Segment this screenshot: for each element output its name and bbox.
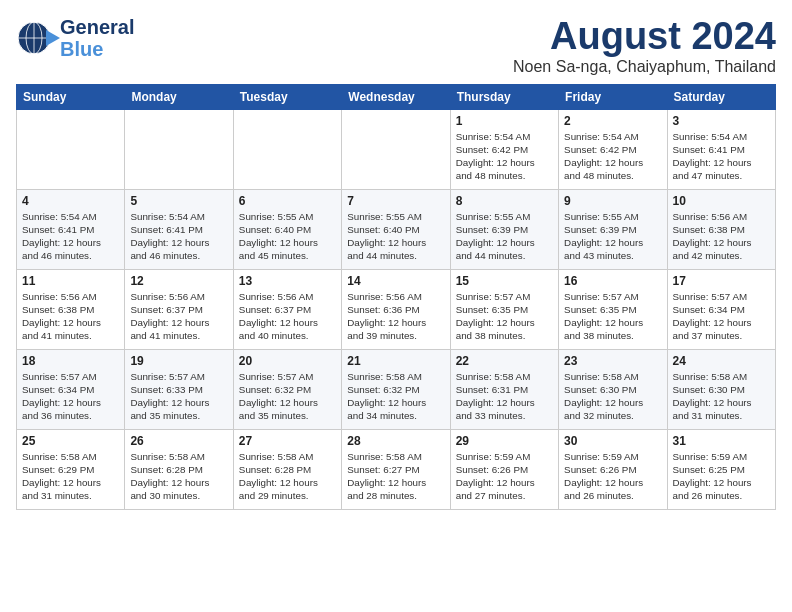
calendar-cell: 28Sunrise: 5:58 AM Sunset: 6:27 PM Dayli…	[342, 429, 450, 509]
calendar-header-row: SundayMondayTuesdayWednesdayThursdayFrid…	[17, 84, 776, 109]
page-header: General Blue August 2024 Noen Sa-nga, Ch…	[16, 16, 776, 76]
day-info: Sunrise: 5:59 AM Sunset: 6:26 PM Dayligh…	[564, 450, 661, 503]
day-number: 12	[130, 274, 227, 288]
day-info: Sunrise: 5:56 AM Sunset: 6:38 PM Dayligh…	[22, 290, 119, 343]
calendar-cell: 4Sunrise: 5:54 AM Sunset: 6:41 PM Daylig…	[17, 189, 125, 269]
day-number: 7	[347, 194, 444, 208]
day-number: 19	[130, 354, 227, 368]
day-number: 26	[130, 434, 227, 448]
calendar-cell: 18Sunrise: 5:57 AM Sunset: 6:34 PM Dayli…	[17, 349, 125, 429]
day-number: 16	[564, 274, 661, 288]
calendar-cell: 29Sunrise: 5:59 AM Sunset: 6:26 PM Dayli…	[450, 429, 558, 509]
day-info: Sunrise: 5:57 AM Sunset: 6:35 PM Dayligh…	[456, 290, 553, 343]
calendar-cell	[125, 109, 233, 189]
calendar-week-row: 4Sunrise: 5:54 AM Sunset: 6:41 PM Daylig…	[17, 189, 776, 269]
day-number: 18	[22, 354, 119, 368]
calendar-cell: 2Sunrise: 5:54 AM Sunset: 6:42 PM Daylig…	[559, 109, 667, 189]
calendar-cell: 13Sunrise: 5:56 AM Sunset: 6:37 PM Dayli…	[233, 269, 341, 349]
day-info: Sunrise: 5:56 AM Sunset: 6:36 PM Dayligh…	[347, 290, 444, 343]
day-number: 17	[673, 274, 770, 288]
calendar-cell: 14Sunrise: 5:56 AM Sunset: 6:36 PM Dayli…	[342, 269, 450, 349]
day-number: 1	[456, 114, 553, 128]
day-info: Sunrise: 5:56 AM Sunset: 6:37 PM Dayligh…	[130, 290, 227, 343]
day-info: Sunrise: 5:54 AM Sunset: 6:42 PM Dayligh…	[456, 130, 553, 183]
calendar-week-row: 25Sunrise: 5:58 AM Sunset: 6:29 PM Dayli…	[17, 429, 776, 509]
day-number: 20	[239, 354, 336, 368]
day-number: 9	[564, 194, 661, 208]
day-info: Sunrise: 5:58 AM Sunset: 6:29 PM Dayligh…	[22, 450, 119, 503]
calendar-cell: 11Sunrise: 5:56 AM Sunset: 6:38 PM Dayli…	[17, 269, 125, 349]
calendar-cell: 6Sunrise: 5:55 AM Sunset: 6:40 PM Daylig…	[233, 189, 341, 269]
day-info: Sunrise: 5:58 AM Sunset: 6:32 PM Dayligh…	[347, 370, 444, 423]
day-number: 31	[673, 434, 770, 448]
day-number: 27	[239, 434, 336, 448]
day-info: Sunrise: 5:58 AM Sunset: 6:27 PM Dayligh…	[347, 450, 444, 503]
day-info: Sunrise: 5:54 AM Sunset: 6:41 PM Dayligh…	[673, 130, 770, 183]
day-number: 15	[456, 274, 553, 288]
calendar-cell	[17, 109, 125, 189]
day-number: 5	[130, 194, 227, 208]
calendar-cell: 9Sunrise: 5:55 AM Sunset: 6:39 PM Daylig…	[559, 189, 667, 269]
logo-general: General	[60, 16, 134, 38]
day-info: Sunrise: 5:59 AM Sunset: 6:25 PM Dayligh…	[673, 450, 770, 503]
calendar-cell: 17Sunrise: 5:57 AM Sunset: 6:34 PM Dayli…	[667, 269, 775, 349]
day-info: Sunrise: 5:58 AM Sunset: 6:28 PM Dayligh…	[239, 450, 336, 503]
calendar-cell: 22Sunrise: 5:58 AM Sunset: 6:31 PM Dayli…	[450, 349, 558, 429]
day-info: Sunrise: 5:57 AM Sunset: 6:32 PM Dayligh…	[239, 370, 336, 423]
day-number: 11	[22, 274, 119, 288]
day-number: 25	[22, 434, 119, 448]
logo-icon	[16, 18, 60, 58]
col-header-tuesday: Tuesday	[233, 84, 341, 109]
day-info: Sunrise: 5:56 AM Sunset: 6:37 PM Dayligh…	[239, 290, 336, 343]
day-info: Sunrise: 5:55 AM Sunset: 6:40 PM Dayligh…	[239, 210, 336, 263]
calendar-cell: 21Sunrise: 5:58 AM Sunset: 6:32 PM Dayli…	[342, 349, 450, 429]
calendar-cell	[233, 109, 341, 189]
day-number: 14	[347, 274, 444, 288]
day-number: 23	[564, 354, 661, 368]
col-header-saturday: Saturday	[667, 84, 775, 109]
day-number: 6	[239, 194, 336, 208]
day-info: Sunrise: 5:55 AM Sunset: 6:39 PM Dayligh…	[456, 210, 553, 263]
day-info: Sunrise: 5:54 AM Sunset: 6:42 PM Dayligh…	[564, 130, 661, 183]
calendar-cell: 3Sunrise: 5:54 AM Sunset: 6:41 PM Daylig…	[667, 109, 775, 189]
calendar-cell: 7Sunrise: 5:55 AM Sunset: 6:40 PM Daylig…	[342, 189, 450, 269]
day-number: 8	[456, 194, 553, 208]
calendar-cell: 1Sunrise: 5:54 AM Sunset: 6:42 PM Daylig…	[450, 109, 558, 189]
col-header-thursday: Thursday	[450, 84, 558, 109]
title-block: August 2024 Noen Sa-nga, Chaiyaphum, Tha…	[513, 16, 776, 76]
logo-blue: Blue	[60, 38, 134, 60]
svg-marker-5	[46, 30, 60, 46]
day-number: 30	[564, 434, 661, 448]
day-number: 13	[239, 274, 336, 288]
day-number: 22	[456, 354, 553, 368]
day-info: Sunrise: 5:57 AM Sunset: 6:34 PM Dayligh…	[22, 370, 119, 423]
page-subtitle: Noen Sa-nga, Chaiyaphum, Thailand	[513, 58, 776, 76]
day-number: 28	[347, 434, 444, 448]
calendar-cell: 20Sunrise: 5:57 AM Sunset: 6:32 PM Dayli…	[233, 349, 341, 429]
calendar-cell: 12Sunrise: 5:56 AM Sunset: 6:37 PM Dayli…	[125, 269, 233, 349]
calendar-cell: 10Sunrise: 5:56 AM Sunset: 6:38 PM Dayli…	[667, 189, 775, 269]
day-number: 3	[673, 114, 770, 128]
calendar-cell: 19Sunrise: 5:57 AM Sunset: 6:33 PM Dayli…	[125, 349, 233, 429]
day-info: Sunrise: 5:54 AM Sunset: 6:41 PM Dayligh…	[22, 210, 119, 263]
calendar-cell: 27Sunrise: 5:58 AM Sunset: 6:28 PM Dayli…	[233, 429, 341, 509]
calendar-cell: 8Sunrise: 5:55 AM Sunset: 6:39 PM Daylig…	[450, 189, 558, 269]
calendar-cell: 5Sunrise: 5:54 AM Sunset: 6:41 PM Daylig…	[125, 189, 233, 269]
day-number: 29	[456, 434, 553, 448]
day-info: Sunrise: 5:59 AM Sunset: 6:26 PM Dayligh…	[456, 450, 553, 503]
calendar-week-row: 1Sunrise: 5:54 AM Sunset: 6:42 PM Daylig…	[17, 109, 776, 189]
day-info: Sunrise: 5:58 AM Sunset: 6:30 PM Dayligh…	[564, 370, 661, 423]
calendar-cell: 31Sunrise: 5:59 AM Sunset: 6:25 PM Dayli…	[667, 429, 775, 509]
col-header-friday: Friday	[559, 84, 667, 109]
col-header-wednesday: Wednesday	[342, 84, 450, 109]
day-number: 24	[673, 354, 770, 368]
day-info: Sunrise: 5:58 AM Sunset: 6:31 PM Dayligh…	[456, 370, 553, 423]
day-info: Sunrise: 5:56 AM Sunset: 6:38 PM Dayligh…	[673, 210, 770, 263]
day-info: Sunrise: 5:57 AM Sunset: 6:33 PM Dayligh…	[130, 370, 227, 423]
calendar-cell: 26Sunrise: 5:58 AM Sunset: 6:28 PM Dayli…	[125, 429, 233, 509]
calendar-cell	[342, 109, 450, 189]
calendar-cell: 24Sunrise: 5:58 AM Sunset: 6:30 PM Dayli…	[667, 349, 775, 429]
day-info: Sunrise: 5:58 AM Sunset: 6:30 PM Dayligh…	[673, 370, 770, 423]
calendar-cell: 30Sunrise: 5:59 AM Sunset: 6:26 PM Dayli…	[559, 429, 667, 509]
calendar-table: SundayMondayTuesdayWednesdayThursdayFrid…	[16, 84, 776, 510]
